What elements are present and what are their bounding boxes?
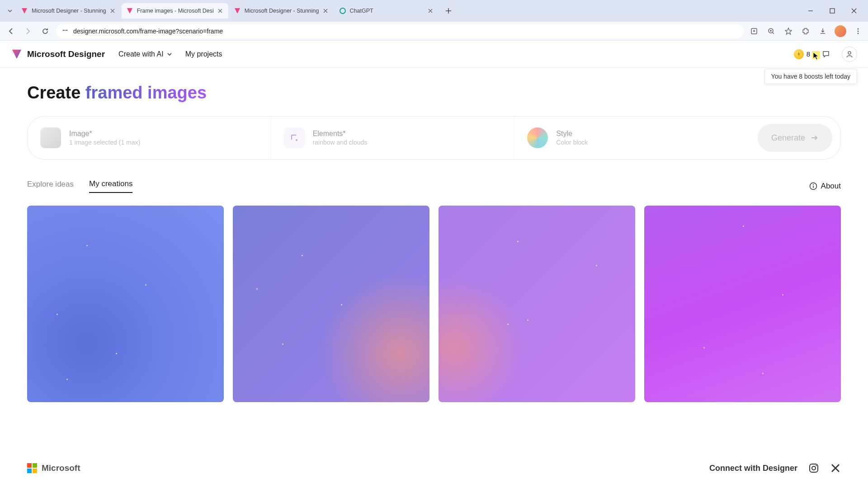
title-plain: Create: [27, 83, 85, 102]
svg-point-12: [813, 184, 814, 185]
browser-toolbar: designer.microsoft.com/frame-image?scena…: [0, 22, 868, 41]
svg-point-6: [858, 28, 859, 29]
zoom-icon[interactable]: [766, 26, 777, 37]
reload-button[interactable]: [39, 25, 52, 38]
input-elements-sub: rainbow and clouds: [313, 139, 368, 146]
close-window-button[interactable]: [847, 4, 861, 18]
new-tab-button[interactable]: [442, 5, 455, 17]
input-elements-title: Elements*: [313, 130, 368, 138]
generate-button[interactable]: Generate: [758, 124, 832, 152]
app-header: Microsoft Designer Create with AI My pro…: [0, 41, 868, 68]
designer-favicon-icon: [126, 7, 133, 14]
boost-counter[interactable]: 8: [794, 49, 810, 59]
prompt-input-card: Image* 1 image selected (1 max) Elements…: [27, 116, 841, 160]
forward-button[interactable]: [22, 25, 34, 38]
tab-close-icon[interactable]: [217, 7, 224, 14]
input-image-title: Image*: [69, 130, 140, 138]
designer-logo-icon: [11, 48, 23, 60]
svg-point-10: [296, 139, 297, 141]
browser-menu-icon[interactable]: [853, 26, 863, 37]
svg-point-9: [848, 52, 851, 54]
site-info-icon[interactable]: [61, 27, 69, 35]
style-thumbnail: [527, 127, 548, 148]
tab-explore-ideas[interactable]: Explore ideas: [27, 180, 74, 192]
nav-create-with-ai[interactable]: Create with AI: [118, 50, 173, 58]
about-label: About: [821, 182, 841, 191]
svg-point-14: [812, 466, 816, 470]
nav-label: My projects: [185, 50, 222, 58]
browser-tab-active[interactable]: Frame images - Microsoft Desi: [122, 3, 228, 19]
extensions-icon[interactable]: [800, 26, 811, 37]
browser-tab[interactable]: Microsoft Designer - Stunning: [229, 3, 334, 19]
back-button[interactable]: [5, 25, 17, 38]
profile-avatar[interactable]: [835, 25, 846, 37]
window-controls: [804, 4, 864, 18]
arrow-right-icon: [810, 133, 819, 142]
url-text: designer.microsoft.com/frame-image?scena…: [73, 28, 223, 35]
svg-point-0: [340, 8, 345, 14]
microsoft-squares-icon: [27, 463, 37, 473]
designer-favicon-icon: [234, 7, 241, 14]
main-content: Create framed images Image* 1 image sele…: [0, 68, 868, 402]
input-image-section[interactable]: Image* 1 image selected (1 max): [28, 117, 271, 159]
tab-title: Microsoft Designer - Stunning: [32, 8, 106, 14]
elements-icon: [284, 127, 305, 148]
title-accent: framed images: [85, 83, 207, 102]
tab-title: Frame images - Microsoft Desi: [137, 8, 214, 14]
connect-text: Connect with Designer: [709, 464, 797, 473]
boost-tooltip: You have 8 boosts left today: [764, 69, 857, 84]
svg-point-8: [858, 33, 859, 34]
tab-close-icon[interactable]: [427, 7, 434, 14]
svg-point-7: [858, 30, 859, 32]
info-icon: [809, 182, 817, 190]
address-bar[interactable]: designer.microsoft.com/frame-image?scena…: [56, 24, 744, 38]
microsoft-logo[interactable]: Microsoft: [27, 463, 80, 473]
x-twitter-icon[interactable]: [830, 463, 841, 474]
creations-gallery: [27, 206, 841, 402]
chatgpt-favicon-icon: [339, 7, 346, 14]
install-app-icon[interactable]: [749, 26, 760, 37]
app-name[interactable]: Microsoft Designer: [27, 49, 105, 59]
tab-my-creations[interactable]: My creations: [89, 179, 132, 193]
designer-favicon-icon: [21, 7, 28, 14]
tab-close-icon[interactable]: [322, 7, 329, 14]
image-thumbnail: [40, 127, 61, 148]
content-tabs: Explore ideas My creations About: [27, 179, 841, 193]
instagram-icon[interactable]: [808, 463, 819, 474]
browser-tab[interactable]: ChatGPT: [335, 3, 439, 19]
tab-title: ChatGPT: [350, 8, 424, 14]
creation-tile[interactable]: [439, 206, 635, 402]
microsoft-text: Microsoft: [42, 463, 80, 473]
chevron-down-icon: [166, 51, 173, 57]
bookmark-icon[interactable]: [783, 26, 794, 37]
downloads-icon[interactable]: [817, 26, 828, 37]
tab-search-dropdown[interactable]: [4, 5, 16, 17]
account-icon[interactable]: [842, 47, 857, 62]
tooltip-text: You have 8 boosts left today: [771, 73, 850, 80]
footer: Microsoft Connect with Designer: [0, 463, 868, 474]
maximize-button[interactable]: [826, 4, 839, 18]
svg-point-15: [816, 465, 816, 466]
input-style-sub: Color block: [556, 139, 588, 146]
svg-rect-1: [830, 9, 835, 13]
input-image-sub: 1 image selected (1 max): [69, 139, 140, 146]
tab-title: Microsoft Designer - Stunning: [245, 8, 319, 14]
feedback-icon[interactable]: [818, 47, 834, 62]
nav-label: Create with AI: [118, 50, 164, 58]
input-style-section[interactable]: Style Color block: [514, 117, 758, 159]
cursor-highlight: [812, 51, 820, 59]
about-link[interactable]: About: [809, 182, 841, 191]
tab-close-icon[interactable]: [109, 7, 116, 14]
browser-tab[interactable]: Microsoft Designer - Stunning: [16, 3, 121, 19]
minimize-button[interactable]: [804, 4, 817, 18]
coin-icon: [794, 49, 804, 59]
creation-tile[interactable]: [233, 206, 429, 402]
creation-tile[interactable]: [27, 206, 224, 402]
boost-count-value: 8: [807, 50, 810, 58]
creation-tile[interactable]: [644, 206, 841, 402]
toolbar-actions: [749, 25, 863, 37]
generate-label: Generate: [771, 133, 805, 143]
nav-my-projects[interactable]: My projects: [185, 50, 222, 58]
browser-tab-strip: Microsoft Designer - Stunning Frame imag…: [0, 0, 868, 22]
input-elements-section[interactable]: Elements* rainbow and clouds: [271, 117, 514, 159]
